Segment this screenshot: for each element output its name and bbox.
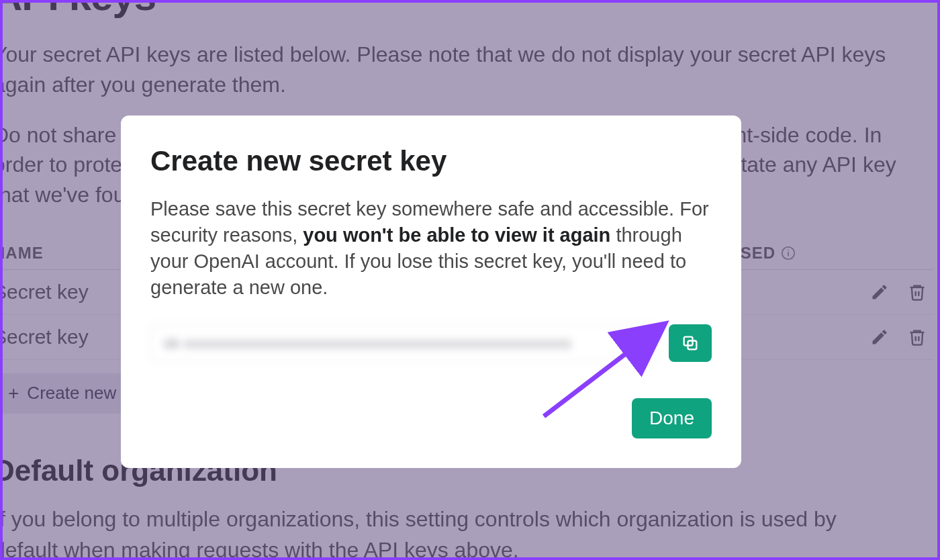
- done-button[interactable]: Done: [632, 398, 712, 438]
- secret-key-input[interactable]: [150, 324, 657, 362]
- copy-key-button[interactable]: [669, 324, 712, 362]
- copy-icon: [681, 334, 700, 353]
- create-secret-key-modal: Create new secret key Please save this s…: [121, 115, 741, 468]
- modal-title: Create new secret key: [150, 145, 712, 177]
- modal-desc-bold: you won't be able to view it again: [303, 224, 610, 246]
- modal-overlay[interactable]: Create new secret key Please save this s…: [0, 0, 940, 560]
- modal-description: Please save this secret key somewhere sa…: [150, 196, 712, 301]
- secret-key-row: [150, 324, 712, 362]
